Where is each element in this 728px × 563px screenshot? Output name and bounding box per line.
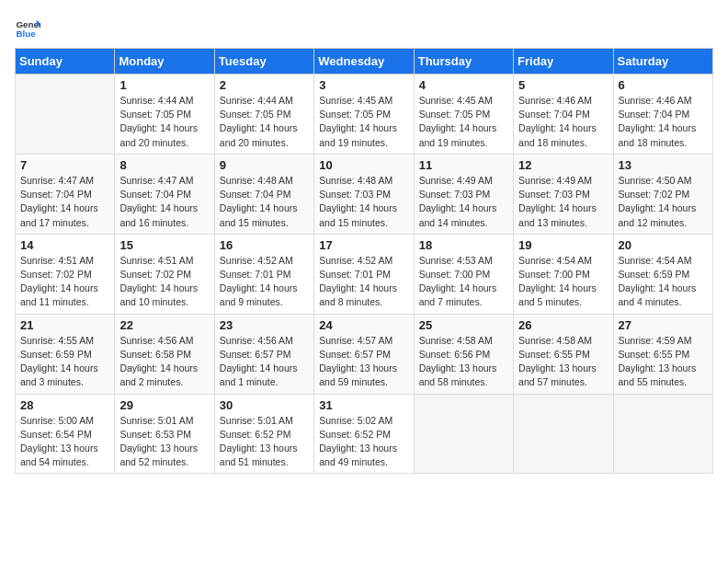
calendar-cell: 1Sunrise: 4:44 AM Sunset: 7:05 PM Daylig…: [115, 75, 214, 155]
calendar-table: SundayMondayTuesdayWednesdayThursdayFrid…: [15, 48, 713, 474]
day-details: Sunrise: 4:59 AM Sunset: 6:55 PM Dayligh…: [619, 334, 708, 390]
calendar-cell: 12Sunrise: 4:49 AM Sunset: 7:03 PM Dayli…: [514, 154, 613, 234]
calendar-cell: 28Sunrise: 5:00 AM Sunset: 6:54 PM Dayli…: [16, 394, 115, 474]
day-number: 2: [220, 78, 309, 92]
svg-text:Blue: Blue: [16, 29, 36, 39]
calendar-cell: [613, 394, 712, 474]
day-details: Sunrise: 4:46 AM Sunset: 7:04 PM Dayligh…: [518, 94, 608, 150]
calendar-cell: 14Sunrise: 4:51 AM Sunset: 7:02 PM Dayli…: [16, 234, 115, 314]
calendar-cell: 10Sunrise: 4:48 AM Sunset: 7:03 PM Dayli…: [314, 154, 414, 234]
calendar-cell: 27Sunrise: 4:59 AM Sunset: 6:55 PM Dayli…: [613, 314, 712, 394]
calendar-cell: 11Sunrise: 4:49 AM Sunset: 7:03 PM Dayli…: [414, 154, 513, 234]
day-details: Sunrise: 4:50 AM Sunset: 7:02 PM Dayligh…: [619, 174, 708, 230]
day-details: Sunrise: 5:01 AM Sunset: 6:52 PM Dayligh…: [220, 414, 309, 470]
day-number: 6: [619, 78, 708, 92]
day-number: 3: [319, 78, 408, 92]
day-details: Sunrise: 4:53 AM Sunset: 7:00 PM Dayligh…: [419, 254, 508, 310]
day-number: 22: [119, 318, 209, 332]
day-number: 18: [419, 238, 508, 252]
calendar-cell: 26Sunrise: 4:58 AM Sunset: 6:55 PM Dayli…: [514, 314, 613, 394]
day-number: 28: [20, 398, 109, 412]
day-details: Sunrise: 4:44 AM Sunset: 7:05 PM Dayligh…: [220, 94, 309, 150]
day-details: Sunrise: 4:52 AM Sunset: 7:01 PM Dayligh…: [319, 254, 408, 310]
day-number: 5: [518, 78, 608, 92]
calendar-week-row: 14Sunrise: 4:51 AM Sunset: 7:02 PM Dayli…: [16, 234, 713, 314]
calendar-cell: 5Sunrise: 4:46 AM Sunset: 7:04 PM Daylig…: [514, 75, 613, 155]
header-friday: Friday: [514, 49, 613, 75]
day-details: Sunrise: 5:01 AM Sunset: 6:53 PM Dayligh…: [119, 414, 209, 470]
calendar-cell: 4Sunrise: 4:45 AM Sunset: 7:05 PM Daylig…: [414, 75, 513, 155]
day-number: 12: [518, 158, 608, 172]
day-number: 8: [119, 158, 209, 172]
calendar-cell: 31Sunrise: 5:02 AM Sunset: 6:52 PM Dayli…: [314, 394, 414, 474]
day-details: Sunrise: 4:49 AM Sunset: 7:03 PM Dayligh…: [518, 174, 608, 230]
calendar-cell: 23Sunrise: 4:56 AM Sunset: 6:57 PM Dayli…: [214, 314, 313, 394]
day-details: Sunrise: 4:56 AM Sunset: 6:58 PM Dayligh…: [119, 334, 209, 390]
calendar-cell: [514, 394, 613, 474]
day-number: 20: [619, 238, 708, 252]
day-number: 7: [20, 158, 109, 172]
calendar-cell: 30Sunrise: 5:01 AM Sunset: 6:52 PM Dayli…: [214, 394, 313, 474]
calendar-cell: 29Sunrise: 5:01 AM Sunset: 6:53 PM Dayli…: [115, 394, 214, 474]
calendar-cell: 17Sunrise: 4:52 AM Sunset: 7:01 PM Dayli…: [314, 234, 414, 314]
calendar-cell: 3Sunrise: 4:45 AM Sunset: 7:05 PM Daylig…: [314, 75, 414, 155]
day-details: Sunrise: 4:55 AM Sunset: 6:59 PM Dayligh…: [20, 334, 109, 390]
day-number: 17: [319, 238, 408, 252]
day-details: Sunrise: 5:02 AM Sunset: 6:52 PM Dayligh…: [319, 414, 408, 470]
day-details: Sunrise: 4:48 AM Sunset: 7:03 PM Dayligh…: [319, 174, 408, 230]
day-details: Sunrise: 4:52 AM Sunset: 7:01 PM Dayligh…: [220, 254, 309, 310]
day-number: 23: [220, 318, 309, 332]
calendar-cell: 8Sunrise: 4:47 AM Sunset: 7:04 PM Daylig…: [115, 154, 214, 234]
day-number: 31: [319, 398, 408, 412]
day-details: Sunrise: 4:49 AM Sunset: 7:03 PM Dayligh…: [419, 174, 508, 230]
header-saturday: Saturday: [613, 49, 712, 75]
day-details: Sunrise: 4:56 AM Sunset: 6:57 PM Dayligh…: [220, 334, 309, 390]
calendar-week-row: 1Sunrise: 4:44 AM Sunset: 7:05 PM Daylig…: [16, 75, 713, 155]
day-details: Sunrise: 4:57 AM Sunset: 6:57 PM Dayligh…: [319, 334, 408, 390]
day-number: 25: [419, 318, 508, 332]
day-details: Sunrise: 4:44 AM Sunset: 7:05 PM Dayligh…: [119, 94, 209, 150]
calendar-cell: 24Sunrise: 4:57 AM Sunset: 6:57 PM Dayli…: [314, 314, 414, 394]
day-number: 10: [319, 158, 408, 172]
calendar-cell: 6Sunrise: 4:46 AM Sunset: 7:04 PM Daylig…: [613, 75, 712, 155]
day-details: Sunrise: 4:51 AM Sunset: 7:02 PM Dayligh…: [20, 254, 109, 310]
header-sunday: Sunday: [16, 49, 115, 75]
calendar-cell: 15Sunrise: 4:51 AM Sunset: 7:02 PM Dayli…: [115, 234, 214, 314]
day-details: Sunrise: 4:54 AM Sunset: 7:00 PM Dayligh…: [518, 254, 608, 310]
calendar-cell: 22Sunrise: 4:56 AM Sunset: 6:58 PM Dayli…: [115, 314, 214, 394]
calendar-cell: [414, 394, 513, 474]
day-number: 13: [619, 158, 708, 172]
day-details: Sunrise: 4:47 AM Sunset: 7:04 PM Dayligh…: [119, 174, 209, 230]
header: General Blue: [15, 15, 713, 40]
logo-icon: General Blue: [15, 15, 40, 40]
logo: General Blue: [15, 15, 44, 40]
day-number: 26: [518, 318, 608, 332]
calendar-cell: 9Sunrise: 4:48 AM Sunset: 7:04 PM Daylig…: [214, 154, 313, 234]
day-details: Sunrise: 4:47 AM Sunset: 7:04 PM Dayligh…: [20, 174, 109, 230]
calendar-header-row: SundayMondayTuesdayWednesdayThursdayFrid…: [16, 49, 713, 75]
day-details: Sunrise: 4:54 AM Sunset: 6:59 PM Dayligh…: [619, 254, 708, 310]
header-wednesday: Wednesday: [314, 49, 414, 75]
day-details: Sunrise: 5:00 AM Sunset: 6:54 PM Dayligh…: [20, 414, 109, 470]
day-number: 4: [419, 78, 508, 92]
calendar-week-row: 7Sunrise: 4:47 AM Sunset: 7:04 PM Daylig…: [16, 154, 713, 234]
day-details: Sunrise: 4:51 AM Sunset: 7:02 PM Dayligh…: [119, 254, 209, 310]
header-tuesday: Tuesday: [214, 49, 313, 75]
day-number: 16: [220, 238, 309, 252]
calendar-cell: 16Sunrise: 4:52 AM Sunset: 7:01 PM Dayli…: [214, 234, 313, 314]
day-number: 1: [119, 78, 209, 92]
day-details: Sunrise: 4:48 AM Sunset: 7:04 PM Dayligh…: [220, 174, 309, 230]
calendar-cell: 18Sunrise: 4:53 AM Sunset: 7:00 PM Dayli…: [414, 234, 513, 314]
day-details: Sunrise: 4:58 AM Sunset: 6:55 PM Dayligh…: [518, 334, 608, 390]
calendar-cell: 25Sunrise: 4:58 AM Sunset: 6:56 PM Dayli…: [414, 314, 513, 394]
day-number: 29: [119, 398, 209, 412]
header-monday: Monday: [115, 49, 214, 75]
calendar-week-row: 21Sunrise: 4:55 AM Sunset: 6:59 PM Dayli…: [16, 314, 713, 394]
day-details: Sunrise: 4:45 AM Sunset: 7:05 PM Dayligh…: [419, 94, 508, 150]
calendar-cell: 2Sunrise: 4:44 AM Sunset: 7:05 PM Daylig…: [214, 75, 313, 155]
day-number: 30: [220, 398, 309, 412]
day-number: 27: [619, 318, 708, 332]
calendar-cell: 7Sunrise: 4:47 AM Sunset: 7:04 PM Daylig…: [16, 154, 115, 234]
calendar-cell: 20Sunrise: 4:54 AM Sunset: 6:59 PM Dayli…: [613, 234, 712, 314]
day-number: 19: [518, 238, 608, 252]
